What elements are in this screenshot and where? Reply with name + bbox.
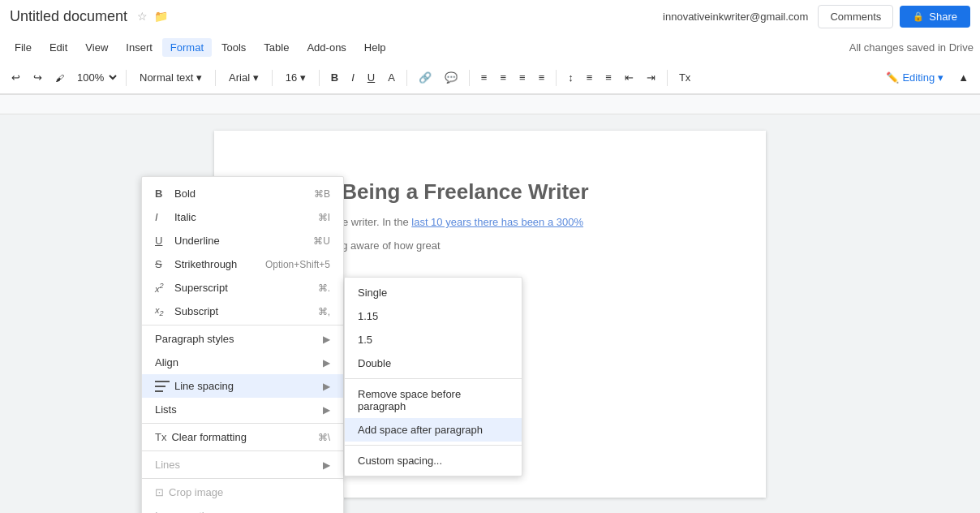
bold-label: Bold (174, 188, 314, 200)
format-menu-section-2: Paragraph styles ▶ Align ▶ Line spacing … (142, 325, 343, 423)
menu-format[interactable]: Format (162, 38, 212, 57)
underline-button[interactable]: U (363, 68, 380, 87)
doc-para1-link[interactable]: last 10 years there has been a 300% (411, 216, 583, 228)
menu-view[interactable]: View (77, 38, 116, 57)
menu-tools[interactable]: Tools (213, 38, 254, 57)
ls-double[interactable]: Double (345, 351, 522, 375)
align-arrow: ▶ (323, 357, 330, 369)
format-italic-item[interactable]: I Italic ⌘I (142, 205, 343, 229)
pencil-icon: ✏️ (886, 71, 899, 84)
ls-line-1 (155, 381, 170, 382)
align-center-button[interactable]: ≡ (495, 68, 511, 87)
main-content: ons of Being a Freelance Writer o be a f… (0, 114, 980, 513)
line-spacing-icon (155, 381, 170, 392)
bold-icon: B (155, 188, 171, 200)
menu-addons[interactable]: Add-ons (299, 38, 354, 57)
ls-15-label: 1.5 (358, 334, 372, 346)
italic-button[interactable]: I (346, 68, 359, 87)
ls-single-label: Single (358, 287, 387, 299)
share-button[interactable]: 🔒 Share (900, 6, 970, 28)
format-paragraph-styles-item[interactable]: Paragraph styles ▶ (142, 327, 343, 351)
format-bold-item[interactable]: B Bold ⌘B (142, 182, 343, 205)
ls-15[interactable]: 1.5 (345, 328, 522, 351)
ls-remove-space-before-label: Remove space before paragraph (358, 388, 509, 412)
ls-double-label: Double (358, 357, 391, 369)
toolbar-separator-3 (272, 70, 273, 86)
lines-label: Lines (155, 459, 323, 471)
top-bar: Untitled document ☆ 📁 innovativeinkwrite… (0, 0, 980, 95)
menu-file[interactable]: File (6, 38, 40, 57)
format-menu-section-5: ⊡ Crop image Image options... Replace im… (142, 478, 343, 513)
align-justify-button[interactable]: ≡ (534, 68, 550, 87)
format-align-item[interactable]: Align ▶ (142, 351, 343, 374)
clear-formatting-icon: Tx (155, 431, 166, 443)
unordered-list-button[interactable]: ≡ (600, 68, 617, 87)
strikethrough-shortcut: Option+Shift+5 (265, 259, 330, 270)
superscript-label: Superscript (174, 282, 318, 294)
lines-arrow: ▶ (323, 459, 330, 471)
font-size-dropdown[interactable]: 16 ▾ (279, 68, 312, 87)
ordered-list-button[interactable]: ≡ (582, 68, 598, 87)
ls-add-space-after[interactable]: Add space after paragraph (345, 418, 522, 442)
ls-custom-spacing-label: Custom spacing... (358, 455, 442, 467)
ls-115[interactable]: 1.15 (345, 304, 522, 328)
toolbar-separator-8 (667, 70, 668, 86)
format-strikethrough-item[interactable]: S Strikethrough Option+Shift+5 (142, 252, 343, 276)
user-email: innovativeinkwriter@gmail.com (663, 11, 808, 23)
format-underline-item[interactable]: U Underline ⌘U (142, 229, 343, 252)
ls-custom-spacing[interactable]: Custom spacing... (345, 449, 522, 472)
image-options-label: Image options... (155, 510, 330, 513)
ls-single[interactable]: Single (345, 281, 522, 304)
align-left-button[interactable]: ≡ (476, 68, 492, 87)
ruler-content (0, 95, 980, 114)
redo-button[interactable] (28, 68, 47, 87)
italic-icon: I (155, 211, 171, 223)
superscript-icon: x2 (155, 282, 171, 294)
paragraph-styles-arrow: ▶ (323, 334, 330, 345)
comments-button[interactable]: Comments (818, 5, 893, 28)
star-icon[interactable]: ☆ (137, 10, 148, 23)
share-label: Share (929, 11, 957, 23)
ls-line-3 (155, 390, 163, 392)
paragraph-style-dropdown[interactable]: Normal text ▾ (133, 68, 208, 87)
superscript-shortcut: ⌘. (318, 282, 330, 294)
strikethrough-icon: S (155, 258, 171, 270)
menu-help[interactable]: Help (356, 38, 394, 57)
link-button[interactable]: 🔗 (414, 68, 436, 87)
strikethrough-label: Strikethrough (174, 258, 265, 270)
folder-icon[interactable]: 📁 (154, 10, 168, 23)
format-superscript-item[interactable]: x2 Superscript ⌘. (142, 276, 343, 300)
menu-insert[interactable]: Insert (118, 38, 161, 57)
crop-icon: ⊡ (155, 486, 164, 498)
text-color-button[interactable]: A (383, 68, 400, 87)
align-right-button[interactable]: ≡ (514, 68, 531, 87)
line-spacing-toolbar-button[interactable]: ↕ (563, 68, 578, 87)
format-lists-item[interactable]: Lists ▶ (142, 398, 343, 421)
ls-remove-space-before[interactable]: Remove space before paragraph (345, 382, 522, 418)
doc-title: Untitled document (10, 8, 127, 25)
editing-dropdown[interactable]: ✏️ Editing ▾ (879, 68, 950, 87)
format-clear-formatting-item[interactable]: Tx Clear formatting ⌘\ (142, 425, 343, 449)
clear-formatting-toolbar-button[interactable]: Tx (674, 68, 695, 87)
toolbar-separator-2 (215, 70, 216, 86)
toolbar-separator-1 (126, 70, 127, 86)
format-menu: B Bold ⌘B I Italic ⌘I U Underline ⌘U S S… (141, 176, 344, 513)
indent-decrease-button[interactable]: ⇤ (620, 68, 638, 87)
font-family-dropdown[interactable]: Arial ▾ (222, 68, 265, 87)
toolbar-separator-6 (469, 70, 470, 86)
format-subscript-item[interactable]: x2 Subscript ⌘, (142, 300, 343, 323)
zoom-select[interactable]: 100% (72, 69, 119, 86)
toolbar-separator-7 (556, 70, 557, 86)
bold-button[interactable]: B (326, 68, 343, 87)
menu-table[interactable]: Table (256, 38, 297, 57)
undo-button[interactable] (6, 68, 25, 87)
format-line-spacing-item[interactable]: Line spacing ▶ (142, 374, 343, 398)
menu-edit[interactable]: Edit (41, 38, 75, 57)
paint-format-button[interactable] (50, 68, 69, 87)
line-spacing-label: Line spacing (174, 380, 323, 392)
comment-button[interactable]: 💬 (440, 68, 462, 87)
collapse-toolbar-button[interactable]: ▲ (953, 68, 974, 87)
indent-increase-button[interactable]: ⇥ (642, 68, 660, 87)
format-lines-item: Lines ▶ (142, 453, 343, 476)
lock-icon: 🔒 (913, 11, 924, 22)
